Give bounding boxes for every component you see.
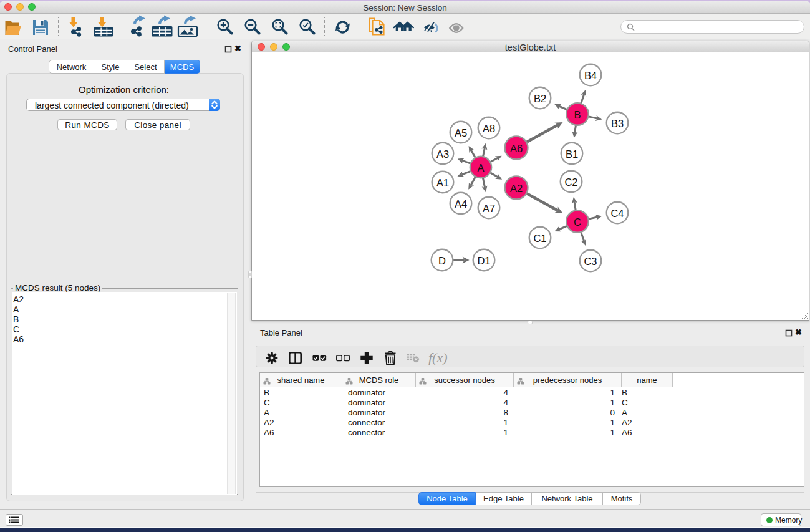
svg-text:C3: C3 <box>584 256 597 267</box>
svg-text:f(x): f(x) <box>428 350 448 365</box>
svg-text:B2: B2 <box>534 93 546 104</box>
svg-text:A8: A8 <box>483 123 495 134</box>
svg-text:D1: D1 <box>477 255 490 266</box>
svg-text:B: B <box>574 109 581 120</box>
svg-text:C2: C2 <box>564 177 577 188</box>
svg-text:C1: C1 <box>533 233 546 244</box>
svg-text:A4: A4 <box>455 198 467 210</box>
svg-text:C: C <box>574 216 581 228</box>
svg-text:A1: A1 <box>436 177 449 188</box>
svg-text:C4: C4 <box>610 208 624 219</box>
svg-text:A2: A2 <box>510 183 523 194</box>
svg-text:A6: A6 <box>510 143 523 154</box>
svg-text:D: D <box>438 255 446 266</box>
svg-text:A7: A7 <box>483 203 495 214</box>
svg-text:B3: B3 <box>611 118 624 129</box>
svg-text:A5: A5 <box>455 127 467 138</box>
svg-text:A: A <box>477 162 484 173</box>
svg-text:A3: A3 <box>436 148 449 160</box>
svg-text:B4: B4 <box>584 70 597 81</box>
svg-text:B1: B1 <box>566 148 578 160</box>
